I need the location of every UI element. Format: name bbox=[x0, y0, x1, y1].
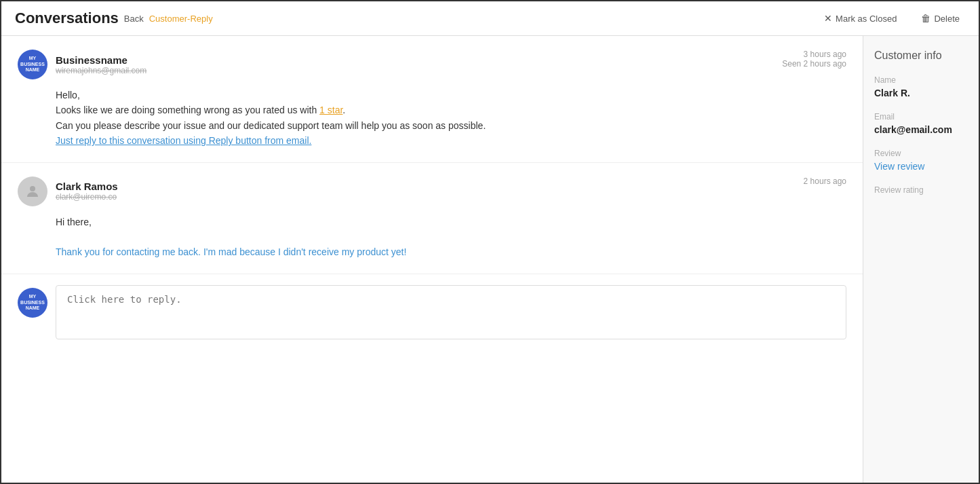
conversation-panel: MYBUSINESSNAME Businessname wiremajohns@… bbox=[1, 36, 863, 483]
reply-textarea[interactable] bbox=[56, 285, 846, 339]
message-body-2: Hi there, Thank you for contacting me ba… bbox=[18, 215, 846, 260]
customer-info-panel: Customer info Name Clark R. Email clark@… bbox=[863, 36, 979, 483]
sender-info-2: Clark Ramos clark@uiremo.co bbox=[56, 181, 118, 202]
main-content: MYBUSINESSNAME Businessname wiremajohns@… bbox=[1, 36, 979, 483]
breadcrumb: Back Customer-Reply bbox=[124, 14, 213, 24]
rating-highlight: 1 star bbox=[319, 105, 342, 115]
reply-text: Thank you for contacting me back. I'm ma… bbox=[56, 244, 846, 259]
sender-email-2: clark@uiremo.co bbox=[56, 192, 118, 202]
sender-email-1: wiremajohns@gmail.com bbox=[56, 66, 146, 75]
delete-button[interactable]: 🗑 Delete bbox=[916, 10, 965, 26]
review-label: Review bbox=[874, 149, 968, 158]
top-bar-left: Conversations Back Customer-Reply bbox=[15, 10, 213, 27]
message-block-1: MYBUSINESSNAME Businessname wiremajohns@… bbox=[1, 36, 863, 163]
message-meta-1: 3 hours ago Seen 2 hours ago bbox=[782, 50, 846, 69]
reply-input-area: MYBUSINESSNAME bbox=[1, 274, 863, 350]
info-group-name: Name Clark R. bbox=[874, 75, 968, 98]
breadcrumb-current: Customer-Reply bbox=[149, 14, 213, 24]
sender-name-1: Businessname bbox=[56, 54, 146, 66]
person-icon bbox=[24, 183, 41, 200]
reply-link: Just reply to this conversation using Re… bbox=[56, 135, 311, 146]
message-meta-2: 2 hours ago bbox=[804, 176, 846, 186]
sender-name-2: Clark Ramos bbox=[56, 181, 118, 192]
message-body-1: Hello, Looks like we are doing something… bbox=[18, 88, 846, 149]
message-sender-1: MYBUSINESSNAME Businessname wiremajohns@… bbox=[18, 50, 146, 79]
customer-info-title: Customer info bbox=[874, 50, 968, 62]
message-sender-2: Clark Ramos clark@uiremo.co bbox=[18, 176, 118, 206]
message-line-3: Can you please describe your issue and o… bbox=[56, 118, 846, 133]
svg-point-0 bbox=[30, 186, 35, 191]
trash-icon: 🗑 bbox=[921, 13, 930, 24]
message-line-2: Looks like we are doing something wrong … bbox=[56, 103, 846, 117]
mark-as-closed-button[interactable]: ✕ Mark as Closed bbox=[819, 10, 902, 26]
page-title: Conversations bbox=[15, 10, 119, 27]
seen-ago-1: Seen 2 hours ago bbox=[782, 59, 846, 69]
business-avatar: MYBUSINESSNAME bbox=[18, 50, 47, 79]
message-line-4: Just reply to this conversation using Re… bbox=[56, 133, 846, 148]
app-container: Conversations Back Customer-Reply ✕ Mark… bbox=[0, 0, 980, 484]
time-ago-1: 3 hours ago bbox=[782, 50, 846, 59]
name-label: Name bbox=[874, 75, 968, 85]
email-label: Email bbox=[874, 112, 968, 122]
email-value: clark@email.com bbox=[874, 124, 968, 135]
message-line-1: Hello, bbox=[56, 88, 846, 103]
message-header-1: MYBUSINESSNAME Businessname wiremajohns@… bbox=[18, 50, 846, 79]
info-group-review-rating: Review rating bbox=[874, 185, 968, 198]
name-value: Clark R. bbox=[874, 88, 968, 98]
review-rating-label: Review rating bbox=[874, 185, 968, 195]
close-icon: ✕ bbox=[824, 13, 832, 24]
top-bar: Conversations Back Customer-Reply ✕ Mark… bbox=[1, 1, 979, 36]
view-review-link[interactable]: View review bbox=[874, 161, 968, 172]
customer-avatar bbox=[18, 176, 47, 206]
reply-highlight: Thank you for contacting me back. I'm ma… bbox=[56, 246, 406, 257]
reply-greeting: Hi there, bbox=[56, 215, 846, 229]
message-block-2: Clark Ramos clark@uiremo.co 2 hours ago … bbox=[1, 163, 863, 274]
top-bar-actions: ✕ Mark as Closed 🗑 Delete bbox=[819, 10, 965, 26]
reply-business-avatar: MYBUSINESSNAME bbox=[18, 288, 47, 318]
time-ago-2: 2 hours ago bbox=[804, 176, 846, 186]
sender-info-1: Businessname wiremajohns@gmail.com bbox=[56, 54, 146, 75]
message-header-2: Clark Ramos clark@uiremo.co 2 hours ago bbox=[18, 176, 846, 206]
info-group-review: Review View review bbox=[874, 149, 968, 172]
info-group-email: Email clark@email.com bbox=[874, 112, 968, 135]
back-button[interactable]: Back bbox=[124, 14, 144, 24]
